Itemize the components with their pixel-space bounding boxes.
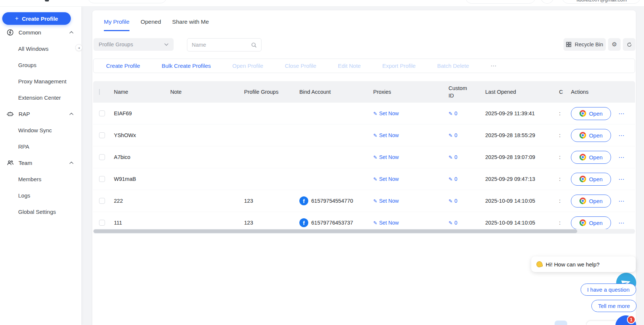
column-header-label: Last Opened: [485, 89, 516, 95]
sidebar-section-common[interactable]: Common: [0, 24, 82, 40]
topbar-round-button[interactable]: [540, 0, 554, 4]
refresh-icon: [627, 42, 632, 47]
sidebar-item-all-windows[interactable]: All Windows: [0, 40, 82, 57]
tab-bar: My ProfileOpenedShare with Me: [104, 19, 209, 31]
sidebar-item-proxy-management[interactable]: Proxy Management: [0, 73, 82, 89]
settings-button[interactable]: ⚙: [608, 38, 621, 51]
row-more-button[interactable]: ⋯: [618, 176, 625, 183]
waving-hand-icon: [536, 261, 543, 268]
row-checkbox[interactable]: [99, 154, 105, 160]
sidebar-item-global-settings[interactable]: Global Settings: [0, 203, 82, 220]
open-button-label: Open: [589, 198, 603, 204]
tab-opened[interactable]: Opened: [141, 19, 161, 31]
row-checkbox[interactable]: [99, 110, 105, 116]
table-row: A7bico✎Set Now✎02025-09-28 19:07:09:Open…: [93, 146, 635, 168]
proxies-cell: ✎Set Now: [370, 132, 446, 138]
bind-account-cell: f61579776453737: [296, 218, 370, 227]
set-proxy-link[interactable]: ✎Set Now: [373, 198, 399, 204]
bulk-action-export-profile[interactable]: Export Profile: [382, 63, 415, 69]
open-profile-button[interactable]: Open: [571, 151, 611, 164]
tab-share-with-me[interactable]: Share with Me: [172, 19, 209, 31]
row-more-button[interactable]: ⋯: [618, 110, 625, 117]
open-profile-button[interactable]: Open: [571, 195, 611, 208]
last-opened-cell: 2025-10-09 14:10:05: [482, 198, 556, 204]
column-header-label: Note: [170, 89, 182, 95]
proxies-cell: ✎Set Now: [370, 154, 446, 160]
custom-id-value: 0: [454, 154, 457, 160]
edit-custom-id-link[interactable]: ✎0: [448, 154, 457, 160]
horizontal-scrollbar-track[interactable]: [93, 229, 635, 233]
app-logo: [45, 0, 49, 1]
created-time-cell: :: [556, 198, 568, 204]
open-profile-button[interactable]: Open: [571, 107, 611, 120]
sidebar-item-window-sync[interactable]: Window Sync: [0, 122, 82, 138]
search-icon[interactable]: [251, 42, 257, 48]
bulk-action-bulk-create-profiles[interactable]: Bulk Create Profiles: [162, 63, 211, 69]
set-proxy-label: Set Now: [379, 198, 399, 204]
bind-account-cell: f61579754554770: [296, 196, 370, 205]
team-icon: [7, 159, 14, 166]
recycle-bin-button[interactable]: Recycle Bin: [564, 38, 606, 51]
tab-my-profile[interactable]: My Profile: [104, 19, 129, 31]
row-more-button[interactable]: ⋯: [618, 198, 625, 205]
open-profile-button[interactable]: Open: [571, 173, 611, 186]
sidebar-item-members[interactable]: Members: [0, 171, 82, 187]
edit-custom-id-link[interactable]: ✎0: [448, 198, 457, 204]
recycle-bin-label: Recycle Bin: [575, 42, 603, 47]
sidebar-item-rpa[interactable]: RPA: [0, 138, 82, 155]
edit-custom-id-link[interactable]: ✎0: [448, 220, 457, 226]
set-proxy-label: Set Now: [379, 154, 399, 160]
row-more-button[interactable]: ⋯: [618, 219, 625, 226]
select-all-checkbox[interactable]: [99, 89, 100, 95]
row-checkbox[interactable]: [99, 198, 105, 204]
create-profile-label: Create Profile: [22, 16, 58, 22]
global-search-input[interactable]: [88, 0, 167, 3]
sidebar-item-logs[interactable]: Logs: [0, 187, 82, 203]
row-more-button[interactable]: ⋯: [618, 154, 625, 161]
bulk-action-batch-delete[interactable]: Batch Delete: [437, 63, 469, 69]
edit-custom-id-link[interactable]: ✎0: [448, 132, 457, 138]
set-proxy-link[interactable]: ✎Set Now: [373, 110, 399, 116]
sidebar-section-team[interactable]: Team: [0, 155, 82, 171]
bulk-action-create-profile[interactable]: Create Profile: [106, 63, 140, 69]
bulk-more-button[interactable]: ⋯: [490, 62, 497, 69]
profile-groups-select[interactable]: Profile Groups: [93, 38, 174, 51]
bulk-action-open-profile[interactable]: Open Profile: [232, 63, 263, 69]
chrome-icon: [579, 132, 586, 139]
edit-custom-id-link[interactable]: ✎0: [448, 176, 457, 182]
set-proxy-link[interactable]: ✎Set Now: [373, 176, 399, 182]
row-checkbox[interactable]: [99, 132, 105, 138]
bulk-action-edit-note[interactable]: Edit Note: [338, 63, 361, 69]
horizontal-scrollbar-thumb[interactable]: [93, 229, 577, 233]
name-search-input[interactable]: [192, 42, 251, 48]
bulk-action-close-profile[interactable]: Close Profile: [285, 63, 316, 69]
chat-option-tellmemore[interactable]: Tell me more: [591, 300, 637, 312]
chrome-icon: [579, 219, 586, 226]
chat-minimized-bubble[interactable]: [555, 321, 567, 325]
sidebar-section-rap[interactable]: RAP: [0, 106, 82, 122]
chat-option-question[interactable]: I have a question: [581, 283, 636, 296]
sidebar-item-label: All Windows: [18, 46, 49, 52]
set-proxy-link[interactable]: ✎Set Now: [373, 220, 399, 226]
created-time-cell: :: [556, 220, 568, 226]
topbar-pill-button[interactable]: [465, 0, 536, 4]
custom-id-cell: ✎0: [446, 176, 482, 182]
sidebar-item-extension-center[interactable]: Extension Center: [0, 89, 82, 106]
facebook-icon: f: [299, 196, 308, 205]
custom-id-cell: ✎0: [446, 154, 482, 160]
row-checkbox[interactable]: [99, 176, 105, 182]
sidebar-collapse-button[interactable]: ◂: [75, 44, 82, 51]
set-proxy-link[interactable]: ✎Set Now: [373, 132, 399, 138]
edit-custom-id-link[interactable]: ✎0: [448, 110, 457, 116]
profile-name-cell: 111: [111, 220, 167, 226]
refresh-button[interactable]: [623, 38, 635, 51]
open-profile-button[interactable]: Open: [571, 129, 611, 142]
row-more-button[interactable]: ⋯: [618, 132, 625, 139]
sidebar-item-groups[interactable]: Groups: [0, 57, 82, 73]
create-profile-button[interactable]: + Create Profile: [2, 12, 71, 25]
row-checkbox[interactable]: [99, 220, 105, 226]
set-proxy-link[interactable]: ✎Set Now: [373, 154, 399, 160]
open-profile-button[interactable]: Open: [571, 216, 611, 229]
profile-name: A7bico: [114, 154, 130, 160]
sidebar-section-label: RAP: [19, 111, 30, 117]
